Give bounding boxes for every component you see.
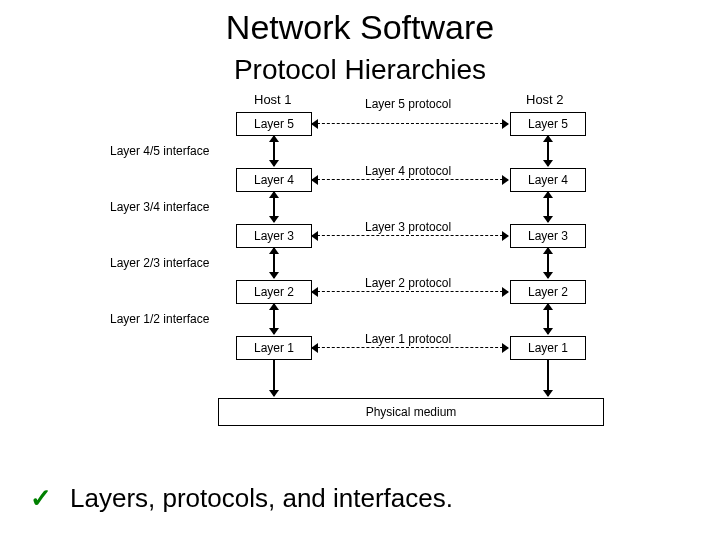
- host1-layer5-box: Layer 5: [236, 112, 312, 136]
- layer1-protocol-label: Layer 1 protocol: [365, 332, 451, 346]
- host1-layer2-box: Layer 2: [236, 280, 312, 304]
- protocol-hierarchy-diagram: Host 1 Host 2 Layer 5 Layer 4 Layer 3 La…: [90, 92, 630, 452]
- host-1-label: Host 1: [254, 92, 292, 107]
- host2-layer3-box: Layer 3: [510, 224, 586, 248]
- host2-arrow-to-medium: [547, 360, 549, 396]
- interface-34-label: Layer 3/4 interface: [110, 200, 209, 214]
- physical-medium-box: Physical medium: [218, 398, 604, 426]
- host2-arrow-45: [547, 136, 549, 166]
- layer1-protocol-line: [312, 347, 508, 348]
- layer4-protocol-line: [312, 179, 508, 180]
- host2-layer2-box: Layer 2: [510, 280, 586, 304]
- host1-layer4-box: Layer 4: [236, 168, 312, 192]
- layer4-protocol-label: Layer 4 protocol: [365, 164, 451, 178]
- host-2-label: Host 2: [526, 92, 564, 107]
- host2-layer1-box: Layer 1: [510, 336, 586, 360]
- host1-arrow-34: [273, 192, 275, 222]
- layer2-protocol-label: Layer 2 protocol: [365, 276, 451, 290]
- interface-45-label: Layer 4/5 interface: [110, 144, 209, 158]
- layer2-protocol-line: [312, 291, 508, 292]
- layer5-protocol-line: [312, 123, 508, 124]
- footer-line: ✓Layers, protocols, and interfaces.: [30, 483, 453, 514]
- interface-12-label: Layer 1/2 interface: [110, 312, 209, 326]
- layer5-protocol-label: Layer 5 protocol: [365, 97, 451, 111]
- checkmark-icon: ✓: [30, 483, 52, 513]
- host1-layer1-box: Layer 1: [236, 336, 312, 360]
- slide: Network Software Protocol Hierarchies Ho…: [0, 0, 720, 540]
- interface-23-label: Layer 2/3 interface: [110, 256, 209, 270]
- subtitle: Protocol Hierarchies: [0, 54, 720, 86]
- host1-arrow-12: [273, 304, 275, 334]
- layer3-protocol-label: Layer 3 protocol: [365, 220, 451, 234]
- host2-layer5-box: Layer 5: [510, 112, 586, 136]
- host1-arrow-45: [273, 136, 275, 166]
- host2-arrow-23: [547, 248, 549, 278]
- host1-layer3-box: Layer 3: [236, 224, 312, 248]
- host2-layer4-box: Layer 4: [510, 168, 586, 192]
- host2-arrow-34: [547, 192, 549, 222]
- footer-text: Layers, protocols, and interfaces.: [70, 483, 453, 513]
- title: Network Software: [0, 8, 720, 47]
- host2-arrow-12: [547, 304, 549, 334]
- host1-arrow-23: [273, 248, 275, 278]
- layer3-protocol-line: [312, 235, 508, 236]
- host1-arrow-to-medium: [273, 360, 275, 396]
